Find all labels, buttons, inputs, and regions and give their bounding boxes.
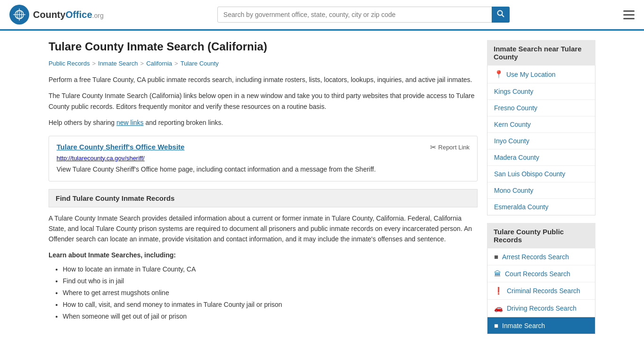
mono-county-link[interactable]: Mono County xyxy=(487,182,595,198)
list-item[interactable]: Esmeralda County xyxy=(487,199,595,215)
inmate-icon: ■ xyxy=(494,321,498,329)
driving-records-link[interactable]: 🚗 Driving Records Search xyxy=(487,300,595,317)
link-card: Tulare County Sheriff's Office Website ✂… xyxy=(49,136,478,181)
scissors-icon: ✂ xyxy=(430,143,436,152)
use-location-link[interactable]: 📍 Use My Location xyxy=(487,66,595,83)
new-links-link[interactable]: new links xyxy=(116,119,144,126)
search-area xyxy=(217,7,510,23)
report-link-button[interactable]: ✂ Report Link xyxy=(430,143,470,152)
inmate-search-item[interactable]: ■ Inmate Search xyxy=(487,317,595,334)
arrest-icon: ■ xyxy=(494,253,498,261)
link-card-description: View Tulare County Sheriff's Office home… xyxy=(57,165,470,174)
logo-text: CountyOffice.org xyxy=(33,9,104,20)
bullet-item: Find out who is in jail xyxy=(63,275,478,287)
breadcrumb-california[interactable]: California xyxy=(146,60,172,67)
use-location-item[interactable]: 📍 Use My Location xyxy=(487,66,595,83)
logo-area[interactable]: CountyOffice.org xyxy=(9,5,104,25)
description-3: Help others by sharing new links and rep… xyxy=(49,117,478,128)
fresno-county-link[interactable]: Fresno County xyxy=(487,100,595,116)
description-1: Perform a free Tulare County, CA public … xyxy=(49,74,478,85)
search-button[interactable] xyxy=(492,7,510,23)
kings-county-link[interactable]: Kings County xyxy=(487,83,595,99)
breadcrumb-inmate-search[interactable]: Inmate Search xyxy=(98,60,138,67)
arrest-records-link[interactable]: ■ Arrest Records Search xyxy=(487,248,595,265)
main-container: Tulare County Inmate Search (California)… xyxy=(39,31,605,344)
breadcrumb-sep-3: > xyxy=(174,60,178,67)
criminal-icon: ❗ xyxy=(494,287,503,295)
bullet-item: How to call, visit, and send money to in… xyxy=(63,299,478,311)
nearby-county-list: 📍 Use My Location Kings County Fresno Co… xyxy=(487,66,595,215)
svg-line-6 xyxy=(502,15,504,17)
find-records-heading: Find Tulare County Inmate Records xyxy=(49,189,478,207)
header: CountyOffice.org xyxy=(0,0,644,31)
logo-icon xyxy=(9,5,29,25)
link-card-url[interactable]: http://tularecounty.ca.gov/sheriff/ xyxy=(57,155,470,162)
sidebar: Inmate Search near Tulare County 📍 Use M… xyxy=(487,40,595,334)
breadcrumb-tulare-county[interactable]: Tulare County xyxy=(181,60,219,67)
list-item[interactable]: Madera County xyxy=(487,149,595,166)
list-item[interactable]: Kern County xyxy=(487,116,595,133)
svg-point-5 xyxy=(497,11,502,16)
learn-heading: Learn about Inmate Searches, including: xyxy=(49,251,478,259)
madera-county-link[interactable]: Madera County xyxy=(487,149,595,165)
list-item[interactable]: San Luis Obispo County xyxy=(487,166,595,182)
bullet-item: When someone will get out of jail or pri… xyxy=(63,311,478,322)
list-item[interactable]: Kings County xyxy=(487,83,595,100)
menu-button[interactable] xyxy=(623,10,635,19)
location-pin-icon: 📍 xyxy=(494,70,504,79)
breadcrumb-public-records[interactable]: Public Records xyxy=(49,60,90,67)
public-records-section-title: Tulare County Public Records xyxy=(487,223,595,248)
inyo-county-link[interactable]: Inyo County xyxy=(487,133,595,149)
public-records-list: ■ Arrest Records Search 🏛 Court Records … xyxy=(487,248,595,334)
car-icon: 🚗 xyxy=(494,304,503,313)
page-title: Tulare County Inmate Search (California) xyxy=(49,40,478,53)
breadcrumb-sep-2: > xyxy=(140,60,144,67)
link-card-title: Tulare County Sheriff's Office Website xyxy=(57,143,184,151)
kern-county-link[interactable]: Kern County xyxy=(487,116,595,132)
list-item[interactable]: ■ Arrest Records Search xyxy=(487,248,595,265)
learn-bullets: How to locate an inmate in Tulare County… xyxy=(49,263,478,323)
inmate-search-link[interactable]: ■ Inmate Search xyxy=(487,317,595,334)
court-records-link[interactable]: 🏛 Court Records Search xyxy=(487,265,595,282)
san-luis-obispo-county-link[interactable]: San Luis Obispo County xyxy=(487,166,595,182)
list-item[interactable]: 🏛 Court Records Search xyxy=(487,265,595,282)
list-item[interactable]: 🚗 Driving Records Search xyxy=(487,300,595,317)
list-item[interactable]: Inyo County xyxy=(487,133,595,149)
content-area: Tulare County Inmate Search (California)… xyxy=(49,40,478,334)
sheriff-link[interactable]: Tulare County Sheriff's Office Website xyxy=(57,143,184,151)
list-item[interactable]: Fresno County xyxy=(487,100,595,116)
description-2: The Tulare County Inmate Search (Califor… xyxy=(49,90,478,112)
find-records-description: A Tulare County Inmate Search provides d… xyxy=(49,213,478,245)
court-icon: 🏛 xyxy=(494,270,501,278)
bullet-item: How to locate an inmate in Tulare County… xyxy=(63,263,478,275)
link-card-header: Tulare County Sheriff's Office Website ✂… xyxy=(57,143,470,152)
breadcrumb-sep-1: > xyxy=(92,60,96,67)
list-item[interactable]: Mono County xyxy=(487,182,595,199)
nearby-section-title: Inmate Search near Tulare County xyxy=(487,40,595,66)
criminal-records-link[interactable]: ❗ Criminal Records Search xyxy=(487,282,595,299)
bullet-item: Where to get arrest mugshots online xyxy=(63,287,478,299)
breadcrumb: Public Records > Inmate Search > Califor… xyxy=(49,60,478,67)
esmeralda-county-link[interactable]: Esmeralda County xyxy=(487,199,595,215)
list-item[interactable]: ❗ Criminal Records Search xyxy=(487,282,595,300)
search-input[interactable] xyxy=(217,7,510,23)
